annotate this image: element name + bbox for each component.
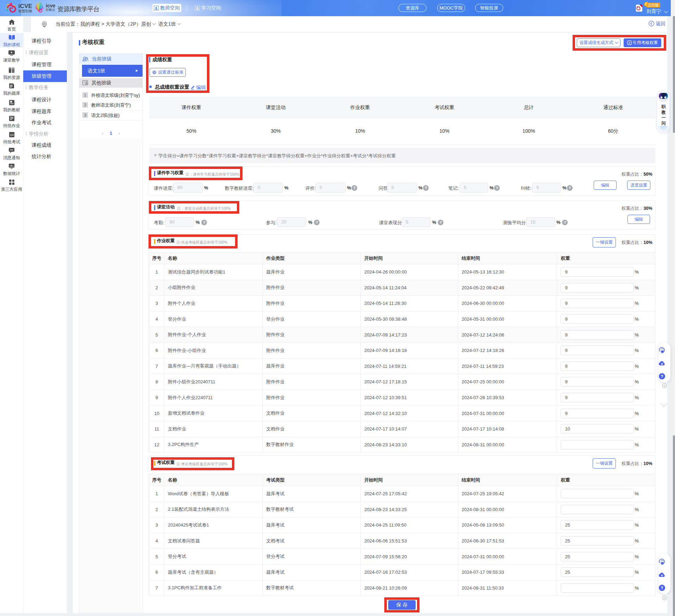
- svg-text:?: ?: [661, 586, 663, 591]
- svg-text:100: 100: [10, 134, 14, 136]
- svg-text:?: ?: [661, 374, 663, 379]
